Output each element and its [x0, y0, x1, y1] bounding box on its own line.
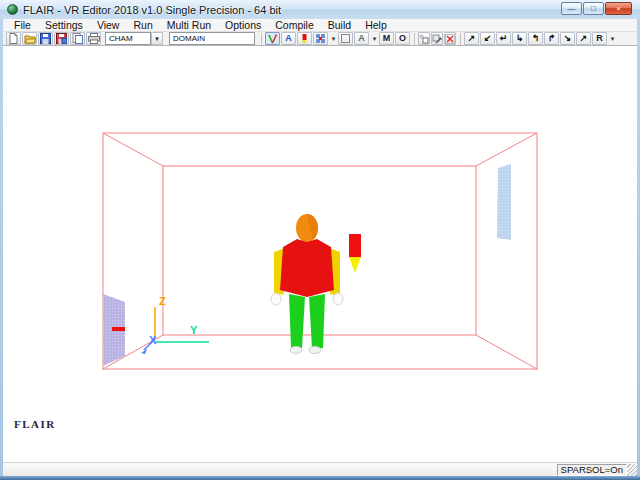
phantom-left-hand	[271, 293, 281, 305]
origin-button[interactable]: O	[395, 32, 410, 45]
close-button[interactable]: ×	[605, 2, 632, 15]
rotate-button[interactable]: R	[592, 32, 607, 45]
nav-arrow-button-5[interactable]: ↰	[528, 32, 543, 45]
menu-help[interactable]: Help	[358, 19, 394, 31]
print-button[interactable]	[86, 32, 101, 45]
y-axis-label: Y	[190, 324, 198, 336]
layer-combo[interactable]: CHAM ▼	[105, 32, 163, 45]
menu-options[interactable]: Options	[218, 19, 268, 31]
arrow-up-right-icon: ↗	[580, 34, 588, 43]
beam-marker	[349, 234, 361, 273]
geometry-view-button[interactable]	[265, 32, 280, 45]
clear-red-x-icon	[445, 34, 455, 44]
labels-button[interactable]: A	[354, 32, 369, 45]
menu-settings[interactable]: Settings	[38, 19, 90, 31]
phantom-left-leg	[289, 294, 305, 348]
caption-buttons: — □ ×	[560, 2, 632, 15]
chevron-down-icon: ▾	[332, 35, 336, 42]
arrow-down-left-icon: ↙	[484, 34, 492, 43]
title-bar[interactable]: FLAIR - VR Editor 2018 v1.0 Single Preci…	[0, 0, 640, 19]
nav-arrow-button-1[interactable]: ↗	[464, 32, 479, 45]
save-button[interactable]	[38, 32, 53, 45]
save-red-icon	[56, 33, 67, 44]
rotate-caret[interactable]: ▾	[608, 35, 617, 43]
labels-caret[interactable]: ▾	[370, 35, 379, 43]
app-window: FLAIR - VR Editor 2018 v1.0 Single Preci…	[0, 0, 640, 480]
save-icon	[40, 33, 51, 44]
phantom-left-foot	[290, 347, 302, 354]
toolbar-separator	[261, 33, 262, 45]
sparsol-status: SPARSOL=On	[557, 464, 627, 476]
clear-button[interactable]	[444, 32, 456, 45]
arrow-down-right-icon: ↘	[564, 34, 572, 43]
toolbar: CHAM ▼ DOMAIN A ▾ A ▾ M O	[3, 32, 637, 46]
maximize-icon: □	[591, 5, 596, 13]
toolbar-separator	[460, 33, 461, 45]
nav-arrow-button-8[interactable]: ↗	[576, 32, 591, 45]
right-wall-panel	[497, 164, 511, 240]
beam-marker-button[interactable]	[297, 32, 312, 45]
grid-options-caret[interactable]: ▾	[329, 35, 338, 43]
new-file-button[interactable]	[6, 32, 21, 45]
branch-arrow-icon: ↳	[516, 34, 524, 43]
menu-run[interactable]: Run	[126, 19, 159, 31]
copy-page-icon	[72, 33, 83, 44]
domain-field[interactable]: DOMAIN	[169, 32, 255, 45]
pan-grid-icon	[432, 34, 442, 44]
menu-build[interactable]: Build	[321, 19, 358, 31]
triangle-a-icon: A	[285, 34, 292, 43]
print-icon	[88, 33, 100, 44]
new-file-icon	[8, 33, 19, 44]
menu-compile[interactable]: Compile	[268, 19, 321, 31]
return-arrow-icon: ↵	[500, 34, 508, 43]
nav-arrow-button-6[interactable]: ↱	[544, 32, 559, 45]
open-button[interactable]	[22, 32, 37, 45]
material-button[interactable]: M	[379, 32, 394, 45]
close-icon: ×	[616, 5, 621, 13]
beam-spot	[112, 327, 125, 331]
nav-arrow-button-4[interactable]: ↳	[512, 32, 527, 45]
phantom-torso	[280, 239, 334, 297]
pan-button[interactable]	[431, 32, 443, 45]
human-phantom	[271, 214, 343, 354]
phantom-right-foot	[309, 347, 321, 354]
menu-view[interactable]: View	[90, 19, 127, 31]
v-script-icon	[267, 33, 278, 44]
window-title: FLAIR - VR Editor 2018 v1.0 Single Preci…	[23, 4, 281, 16]
toolbar-separator	[414, 33, 415, 45]
bounding-box-button[interactable]	[338, 32, 353, 45]
menu-multi-run[interactable]: Multi Run	[160, 19, 218, 31]
snap-button[interactable]	[418, 32, 430, 45]
copy-button[interactable]	[70, 32, 85, 45]
minimize-button[interactable]: —	[561, 2, 582, 15]
layer-combo-arrow[interactable]: ▼	[151, 32, 163, 45]
arrow-up-right-icon: ↗	[468, 34, 476, 43]
save-as-button[interactable]	[54, 32, 69, 45]
grid-options-button[interactable]	[313, 32, 328, 45]
turn-up-left-icon: ↰	[532, 34, 540, 43]
layer-combo-value[interactable]: CHAM	[105, 32, 151, 45]
scene-svg: Z Y X FLAIR	[3, 46, 637, 462]
grid-icon	[315, 33, 326, 44]
flair-app-icon	[7, 4, 18, 15]
viewport-3d[interactable]: Z Y X FLAIR	[3, 46, 637, 462]
menu-file[interactable]: File	[7, 19, 38, 31]
axes-triad: Z Y X	[141, 295, 209, 354]
z-axis-label: Z	[159, 295, 166, 307]
phantom-right-leg	[309, 294, 325, 348]
snap-corner-icon	[419, 34, 429, 44]
axes-toggle-button[interactable]: A	[281, 32, 296, 45]
resize-grip[interactable]	[627, 464, 637, 476]
phantom-right-hand	[333, 293, 343, 305]
maximize-button[interactable]: □	[583, 2, 604, 15]
nav-arrow-button-2[interactable]: ↙	[480, 32, 495, 45]
menu-bar: File Settings View Run Multi Run Options…	[3, 19, 637, 32]
nav-arrow-button-3[interactable]: ↵	[496, 32, 511, 45]
nav-arrow-button-7[interactable]: ↘	[560, 32, 575, 45]
window-bottom-border	[0, 476, 640, 480]
minimize-icon: —	[568, 5, 576, 13]
x-axis-label: X	[149, 334, 157, 346]
chevron-down-icon: ▾	[373, 35, 377, 42]
open-folder-icon	[24, 33, 36, 44]
square-outline-icon	[340, 33, 351, 44]
